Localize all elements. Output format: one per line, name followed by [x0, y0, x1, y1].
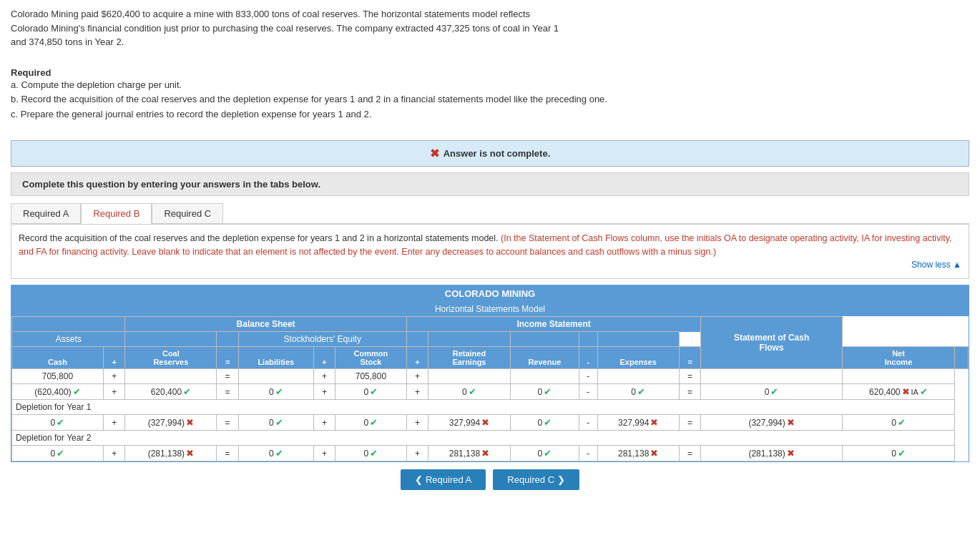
row4-exp-x[interactable]: ✖ [650, 448, 658, 459]
row4-liab-check[interactable]: ✔ [275, 448, 283, 459]
row4-minus: - [579, 446, 597, 461]
row2-exp-check[interactable]: ✔ [637, 386, 645, 397]
row3-plus2: + [313, 415, 335, 431]
tab-required-b[interactable]: Required B [81, 203, 152, 224]
row3-net-x[interactable]: ✖ [787, 417, 795, 428]
row3-cash-check[interactable]: ✔ [57, 417, 64, 428]
row1-retained [428, 369, 510, 384]
row4-common-check[interactable]: ✔ [370, 448, 378, 459]
assets-sub-header: Assets [12, 332, 125, 347]
row2-coal: 620,400 ✔ [125, 384, 217, 400]
row2-common-check[interactable]: ✔ [370, 386, 378, 397]
complete-banner: Complete this question by entering your … [11, 172, 969, 196]
row2-net: 0 ✔ [701, 384, 842, 400]
next-button[interactable]: Required C ❯ [493, 469, 579, 490]
row1-net [701, 369, 842, 384]
row4-retained-x[interactable]: ✖ [481, 448, 489, 459]
row2-retained-check[interactable]: ✔ [469, 386, 476, 397]
col-minus1: - [579, 347, 597, 369]
row3-common-check[interactable]: ✔ [370, 417, 378, 428]
row3-retained-x[interactable]: ✖ [481, 417, 489, 428]
row4-cash-check[interactable]: ✔ [57, 448, 64, 459]
col-liabilities: Liabilities [238, 347, 313, 369]
row3-minus: - [579, 415, 597, 431]
depletion-year1-label: Depletion for Year 1 [12, 400, 955, 415]
row4-net-x[interactable]: ✖ [787, 448, 795, 459]
col-expenses: Expenses [597, 347, 679, 369]
row1-exp [597, 369, 679, 384]
row1-minus: - [579, 369, 597, 384]
required-c: c. Prepare the general journal entries t… [11, 107, 969, 122]
row2-scf: 620,400 ✖ IA ✔ [842, 384, 954, 400]
row3-cash: 0 ✔ [12, 415, 104, 431]
required-a: a. Compute the depletion charge per unit… [11, 78, 969, 93]
assets-group-header [12, 317, 125, 332]
show-less-link[interactable]: Show less ▲ [19, 258, 961, 271]
row2-liab: 0 ✔ [238, 384, 313, 400]
col-revenue: Revenue [510, 347, 579, 369]
row1-scf [842, 369, 954, 384]
row2-plus3: + [406, 384, 428, 400]
row4-common: 0 ✔ [335, 446, 407, 461]
table-row: 705,800 + = + 705,800 + - = [12, 369, 969, 384]
balance-sheet-header: Balance Sheet [125, 317, 406, 332]
table-row: (620,400) ✔ + 620,400 ✔ = 0 ✔ [12, 384, 969, 400]
col-coal-reserves: CoalReserves [125, 347, 217, 369]
row3-scf: 0 ✔ [842, 415, 954, 431]
row3-rev-check[interactable]: ✔ [544, 417, 552, 428]
row4-plus2: + [313, 446, 335, 461]
row4-coal-x[interactable]: ✖ [186, 448, 194, 459]
required-title: Required [11, 67, 969, 78]
table-row: 0 ✔ + (281,138) ✖ = 0 ✔ [12, 446, 969, 461]
company-name: COLORADO MINING [11, 285, 969, 302]
table-row: 0 ✔ + (327,994) ✖ = 0 ✔ [12, 415, 969, 431]
row2-cash-check[interactable]: ✔ [73, 386, 81, 397]
row2-liab-check[interactable]: ✔ [275, 386, 283, 397]
col-eq1: = [217, 347, 239, 369]
tab-required-c[interactable]: Required C [152, 203, 223, 223]
row2-plus: + [103, 384, 125, 400]
depletion-year1-label-row: Depletion for Year 1 [12, 400, 969, 415]
col-plus1: + [103, 347, 125, 369]
spacer3 [406, 332, 428, 347]
row3-retained: 327,994 ✖ [428, 415, 510, 431]
row2-scf-check[interactable]: ✔ [920, 386, 928, 397]
tab-required-a[interactable]: Required A [11, 203, 81, 223]
row4-net: (281,138) ✖ [701, 446, 842, 461]
scf-header: Statement of CashFlows [701, 317, 842, 369]
row1-plus3: + [406, 369, 428, 384]
row4-cash: 0 ✔ [12, 446, 104, 461]
spacer5 [510, 332, 579, 347]
row3-liab: 0 ✔ [238, 415, 313, 431]
row3-eq: = [217, 415, 239, 431]
row3-liab-check[interactable]: ✔ [275, 417, 283, 428]
row4-plus3: + [406, 446, 428, 461]
tabs-container: Required A Required B Required C [11, 203, 969, 224]
row2-eq2: = [679, 384, 701, 400]
row4-scf-check[interactable]: ✔ [898, 448, 906, 459]
row4-plus: + [103, 446, 125, 461]
row2-minus: - [579, 384, 597, 400]
financial-table-container: COLORADO MINING Horizontal Statements Mo… [11, 285, 969, 462]
depletion-year2-label-row: Depletion for Year 2 [12, 431, 969, 446]
row2-net-check[interactable]: ✔ [770, 386, 778, 397]
instructions-main: Record the acquisition of the coal reser… [19, 233, 499, 243]
row2-rev-check[interactable]: ✔ [544, 386, 552, 397]
row3-scf-check[interactable]: ✔ [898, 417, 906, 428]
required-section: Required a. Compute the depletion charge… [11, 67, 969, 122]
answer-banner: ✖ Answer is not complete. [11, 140, 969, 167]
spacer2 [217, 332, 239, 347]
prev-button[interactable]: ❮ Required A [401, 469, 486, 490]
row4-rev-check[interactable]: ✔ [544, 448, 552, 459]
required-b: b. Record the acquisition of the coal re… [11, 92, 969, 107]
spacer4 [428, 332, 510, 347]
row3-exp-x[interactable]: ✖ [650, 417, 658, 428]
row2-eq: = [217, 384, 239, 400]
row1-eq: = [217, 369, 239, 384]
row3-coal-x[interactable]: ✖ [186, 417, 194, 428]
intro-paragraph: Colorado Mining paid $620,400 to acquire… [11, 7, 969, 49]
row2-coal-check[interactable]: ✔ [183, 386, 191, 397]
row2-scf-x[interactable]: ✖ [902, 386, 910, 397]
row4-retained: 281,138 ✖ [428, 446, 510, 461]
row4-liab: 0 ✔ [238, 446, 313, 461]
